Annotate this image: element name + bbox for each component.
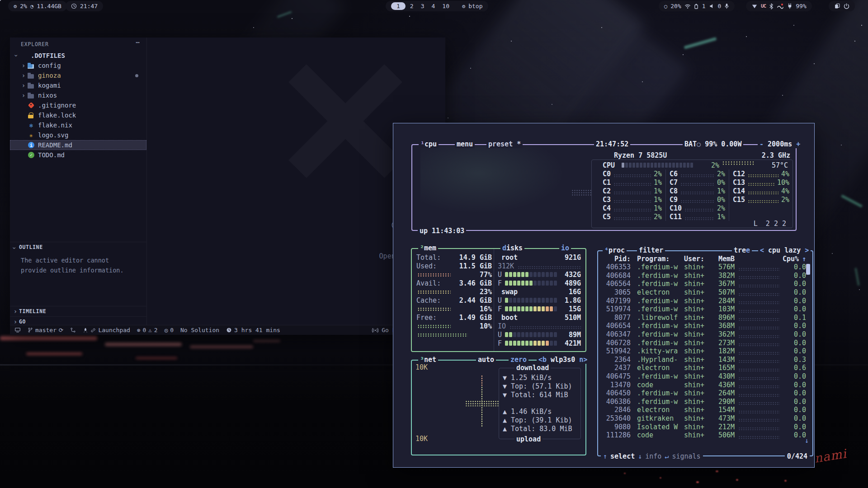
explorer-actions-button[interactable]: ⋯ [136, 38, 140, 47]
net-panel-title[interactable]: ³net [418, 356, 438, 364]
process-row[interactable]: 406684 .ferdium-w shin+ 382M 0.0 [601, 272, 806, 280]
process-user: shin+ [684, 280, 712, 288]
filter-button[interactable]: filter [637, 246, 665, 254]
update-interval-control[interactable]: - 2000ms + [758, 140, 802, 148]
net-interface[interactable]: <b wlp3s0 n> [537, 356, 589, 364]
speaker-icon[interactable] [709, 3, 715, 9]
workspace-button[interactable]: 2 [407, 3, 416, 9]
process-row[interactable]: 2364 .Hyprland- shin+ 143M 0.3 [601, 356, 806, 364]
tree-item[interactable]: README.md [10, 140, 146, 150]
process-row[interactable]: 13470 code shin+ 436M 0.0 [601, 380, 806, 389]
core-graph [613, 208, 651, 211]
preset-button[interactable]: preset * [486, 140, 523, 148]
process-cpu: 0.0 [783, 347, 806, 355]
process-row[interactable]: 519974 .ferdium-w shin+ 103M 0.0 [601, 305, 806, 314]
tree-item[interactable]: logo.svg [10, 130, 146, 140]
core-percent: 0% [717, 196, 725, 204]
bluetooth-icon[interactable] [769, 3, 774, 9]
notifier-tray-icon[interactable] [777, 3, 784, 9]
process-row[interactable]: 406347 .ferdium-w shin+ 362M 0.0 [601, 330, 806, 339]
process-program: .ferdium-w [637, 389, 684, 397]
pipeline-indicator[interactable] [70, 327, 76, 333]
keyboard-layout-icon[interactable] [694, 3, 699, 9]
wifi-icon[interactable] [684, 4, 691, 9]
time-tracker-indicator[interactable]: 3 hrs 41 mins [226, 327, 280, 333]
workspace-button[interactable]: 10 [439, 3, 452, 9]
brightness-icon[interactable]: ○ [664, 3, 667, 9]
process-row[interactable]: 406386 .ferdium-w shin+ 290M 0.0 [601, 398, 806, 406]
clipboard-icon[interactable] [834, 3, 840, 9]
power-plug-icon[interactable] [787, 3, 793, 9]
cpu-panel-title[interactable]: ¹cpu [419, 140, 439, 148]
process-row[interactable]: 406728 .ferdium-w shin+ 273M 0.0 [601, 338, 806, 347]
process-row[interactable]: 406564 .ferdium-w shin+ 367M 0.0 [601, 280, 806, 288]
tree-item[interactable]: › ginoza [10, 70, 146, 80]
process-row[interactable]: 406353 .ferdium-w shin+ 576M 0.0 [601, 263, 806, 272]
process-row[interactable]: 406475 .ferdium-w shin+ 430M 0.0 [601, 372, 806, 381]
process-cpu: 0.0 [783, 423, 806, 431]
tree-item[interactable]: flake.nix [10, 120, 146, 130]
launchpad-indicator[interactable]: Launchpad [83, 327, 130, 333]
process-table-header[interactable]: Pid: Program: User: MemB Cpu% ↑ [601, 254, 806, 263]
uc-tray-icon[interactable]: UC [761, 3, 766, 9]
process-cpu-graph [738, 402, 780, 405]
tree-item[interactable]: › kogami [10, 80, 146, 90]
process-row[interactable]: 9080 Isolated W shin+ 212M 0.0 [601, 422, 806, 431]
git-branch-indicator[interactable]: master ⟳ [28, 327, 63, 333]
scrollbar-thumb[interactable] [806, 264, 810, 275]
tree-item[interactable]: TODO.md [10, 150, 146, 160]
disk-free-value: 15G [557, 305, 581, 313]
process-row[interactable]: 8077 .librewolf shin+ 896M 0.1 [601, 314, 806, 322]
outline-section-header[interactable]: › OUTLINE [10, 242, 146, 252]
process-row[interactable]: 406654 .ferdium-w shin+ 368M 0.0 [601, 322, 806, 330]
arrow-up-key[interactable]: ↑ [603, 452, 607, 460]
warning-count: 2 [154, 327, 158, 333]
net-auto-button[interactable]: auto [476, 356, 496, 364]
signals-key-hint[interactable]: signals [672, 452, 700, 460]
tree-toggle-button[interactable]: tree [732, 246, 752, 254]
process-row[interactable]: 111286 code shin+ 506M 0.0 [601, 431, 806, 440]
core-graph [680, 200, 714, 203]
info-key-hint[interactable]: info [645, 452, 661, 460]
keyboard-layout: 1 [702, 3, 706, 9]
solution-label: No Solution [180, 327, 219, 333]
proc-panel-title[interactable]: ⁴proc [603, 246, 627, 254]
sort-selector[interactable]: < cpu lazy > [758, 246, 811, 254]
process-row[interactable]: 519942 .kitty-wra shin+ 182M 0.0 [601, 347, 806, 356]
remote-indicator[interactable] [14, 327, 21, 333]
arrow-down-key[interactable]: ↓ [638, 452, 642, 460]
process-row[interactable]: 2437 electron shin+ 165M 0.6 [601, 364, 806, 372]
process-row[interactable]: 407199 .ferdium-w shin+ 284M 0.0 [601, 296, 806, 305]
feedback-indicator[interactable]: ◎ 0 [165, 327, 174, 333]
power-icon[interactable] [844, 3, 849, 9]
microphone-icon[interactable] [724, 3, 729, 9]
workspace-button[interactable]: 4 [429, 3, 438, 9]
system-stats-module[interactable]: ⚙ 2% ◔ 11.44GB [8, 1, 67, 11]
tree-item[interactable]: .gitignore [10, 100, 146, 110]
core-name: C7 [670, 178, 678, 187]
menu-button[interactable]: menu [455, 140, 475, 148]
timeline-section-header[interactable]: › TIMELINE [10, 306, 146, 316]
used-label: U [498, 331, 505, 339]
process-row[interactable]: 406450 .ferdium-w shin+ 264M 0.0 [601, 389, 806, 398]
tree-item[interactable]: › .DOTFILES [10, 51, 146, 61]
solution-indicator[interactable]: No Solution [180, 327, 219, 333]
network-tray-icon[interactable] [751, 4, 758, 9]
tree-item[interactable]: › config [10, 61, 146, 70]
process-row[interactable]: 253640 gitkraken shin+ 473M 0.0 [601, 414, 806, 423]
process-row[interactable]: 3065 electron shin+ 507M 0.0 [601, 288, 806, 297]
process-pid: 2364 [601, 356, 631, 364]
process-row[interactable]: 2846 electron shin+ 154M 0.0 [601, 406, 806, 414]
workspace-button[interactable]: 1 [391, 2, 406, 10]
clock-module[interactable]: 21:47 [66, 1, 103, 11]
select-key-hint[interactable]: select [610, 452, 635, 460]
tree-item[interactable]: › nixos [10, 90, 146, 100]
workspace-button[interactable]: 3 [418, 3, 427, 9]
net-zero-button[interactable]: zero [509, 356, 528, 364]
time-tracked: 3 hrs 41 mins [234, 327, 280, 333]
chevron-right-icon: › [10, 318, 19, 325]
problems-indicator[interactable]: ⊗ 0 ⚠ 2 [137, 327, 158, 333]
tree-item[interactable]: flake.lock [10, 110, 146, 120]
error-icon: ⊗ [137, 327, 141, 333]
scroll-down-icon[interactable]: ↓ [805, 436, 809, 445]
